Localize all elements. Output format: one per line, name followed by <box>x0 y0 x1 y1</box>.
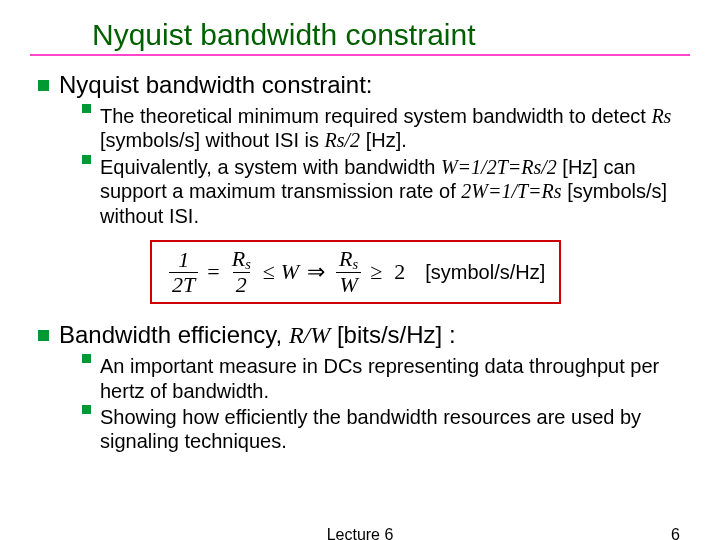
footer-center: Lecture 6 <box>327 526 394 540</box>
section-1-item-1: The theoretical minimum required system … <box>82 104 690 153</box>
item-text: The theoretical minimum required system … <box>100 104 690 153</box>
title-underline <box>30 54 690 56</box>
bullet-icon <box>38 80 49 91</box>
section-1-text: Nyquist bandwidth constraint: <box>59 71 373 98</box>
fraction-1: 12T <box>169 249 198 296</box>
item-text: Showing how efficiently the bandwidth re… <box>100 405 690 454</box>
section-2-heading: Bandwidth efficiency, R/W [bits/s/Hz] : <box>38 320 690 350</box>
bullet-icon <box>38 330 49 341</box>
section-1-item-2: Equivalently, a system with bandwidth W=… <box>82 155 690 228</box>
variable-w: W <box>281 259 299 285</box>
leq-sign: ≤ <box>263 259 275 285</box>
bullet-icon <box>82 155 91 164</box>
arrow-icon: ⇒ <box>307 259 325 285</box>
slide: Nyquist bandwidth constraint Nyquist ban… <box>0 0 720 540</box>
fraction-2: Rs2 <box>229 248 254 296</box>
fraction-3: RsW <box>336 248 361 296</box>
section-1-heading: Nyquist bandwidth constraint: <box>38 70 690 100</box>
equation-box: 12T = Rs2 ≤ W ⇒ RsW ≥ 2 [symbol/s/Hz] <box>150 240 561 304</box>
bullet-icon <box>82 104 91 113</box>
footer-page-number: 6 <box>671 526 680 540</box>
section-2-text: Bandwidth efficiency, R/W [bits/s/Hz] : <box>59 321 456 348</box>
item-text: An important measure in DCs representing… <box>100 354 690 403</box>
number-2: 2 <box>394 259 405 285</box>
item-text: Equivalently, a system with bandwidth W=… <box>100 155 690 228</box>
geq-sign: ≥ <box>370 259 382 285</box>
bullet-icon <box>82 354 91 363</box>
section-2-item-1: An important measure in DCs representing… <box>82 354 690 403</box>
bullet-icon <box>82 405 91 414</box>
section-2-item-2: Showing how efficiently the bandwidth re… <box>82 405 690 454</box>
equals-sign: = <box>207 259 219 285</box>
slide-title: Nyquist bandwidth constraint <box>92 18 690 52</box>
equation-unit: [symbol/s/Hz] <box>425 261 545 284</box>
equation: 12T = Rs2 ≤ W ⇒ RsW ≥ 2 [symbol/s/Hz] <box>166 248 545 296</box>
